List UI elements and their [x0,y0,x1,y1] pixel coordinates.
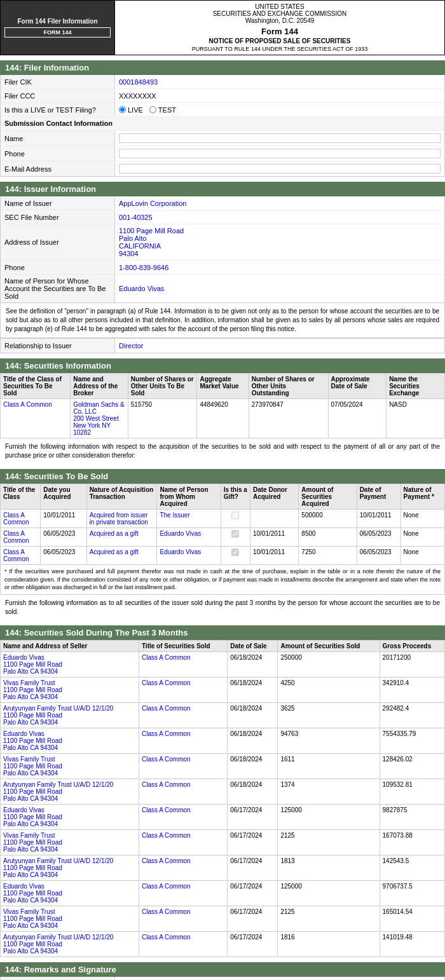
sold-3m-header-row: Name and Address of Seller Title of Secu… [1,640,445,651]
filer-name-row: Name [1,131,444,146]
gift-checkbox[interactable] [231,530,239,538]
sold-date: 06/18/2024 [228,651,278,677]
col-class: Title of the Class of Securities To Be S… [1,374,71,399]
test-radio[interactable] [149,106,156,113]
filer-cik-value: 0001848493 [115,75,444,88]
table-row: Arutyunyan Family Trust U/A/D 12/1/20110… [1,702,445,728]
filer-email-label: E-Mail Address [1,161,115,176]
filer-name-input[interactable] [119,133,441,143]
sold-seller: Arutyunyan Family Trust U/A/D 12/1/20110… [1,702,139,728]
acq-nature-pay: None [400,547,444,565]
securities-sold-table: Title of the Class Date you Acquired Nat… [0,484,445,565]
sold-amount: 125000 [278,804,380,829]
live-radio[interactable] [119,106,126,113]
table-row: Class A Common 06/05/2023 Acquired as a … [1,547,445,565]
filer-email-input[interactable] [119,164,441,174]
issuer-person-row: Name of Person for Whose Account the Sec… [1,275,444,303]
issuer-sec-value: 001-40325 [115,210,444,224]
table-row: Arutyunyan Family Trust U/A/D 12/1/20110… [1,779,445,804]
remarks-label: Remarks [1,977,115,980]
acq-class: Class A Common [1,510,41,528]
acq-nature: Acquired from issuer in private transact… [86,510,157,528]
issuer-person-label: Name of Person for Whose Account the Sec… [1,275,115,303]
acq-nature-pay: None [400,528,444,547]
sold-amount: 1813 [278,855,380,880]
acq-donor-date: 10/01/2011 [250,547,298,565]
table-row: Vivas Family Trust1100 Page Mill RoadPal… [1,829,445,855]
filer-cik-row: Filer CIK 0001848493 [1,75,444,89]
sold-title: Class A Common [139,855,227,880]
sold-seller: Eduardo Vivas1100 Page Mill RoadPalo Alt… [1,880,139,906]
sold-col-title: Title of Securities Sold [139,640,227,651]
col-exchange: Name the Securities Exchange [387,374,445,399]
filer-live-value: LIVE TEST [115,103,444,116]
sold-proceeds: 20171200 [380,651,444,677]
sold-title: Class A Common [139,677,227,702]
filer-phone-input[interactable] [119,149,441,158]
sold-3m-section: 144: Securities Sold During The Past 3 M… [0,625,445,957]
furnish-text-2: Furnish the following information as to … [0,595,445,620]
sec-exchange: NASD [387,399,445,439]
test-radio-label[interactable]: TEST [149,106,176,114]
header-country: UNITED STATES [120,3,439,10]
filer-live-row: Is this a LIVE or TEST Filing? LIVE TEST [1,103,444,117]
sold-date: 06/17/2024 [228,804,278,829]
filer-name-label: Name [1,131,115,146]
filer-phone-value [115,146,444,161]
acq-nature: Acquired as a gift [86,528,157,547]
sold-amount: 250000 [278,651,380,677]
live-test-radio: LIVE TEST [119,106,176,114]
sold-date: 06/17/2024 [228,931,278,956]
col-outstanding: Number of Shares or Other Units Outstand… [249,374,328,399]
acq-col-person: Name of Person from Whom Acquired [157,484,221,510]
acq-pay-date: 10/01/2011 [357,510,400,528]
issuer-address-value: 1100 Page Mill Road Palo Alto CALIFORNIA… [115,224,444,260]
sold-date: 06/17/2024 [228,829,278,855]
securities-sold-section: 144: Securities To Be Sold Title of the … [0,469,445,595]
sold-proceeds: 141019.48 [380,931,444,956]
sold-title: Class A Common [139,829,227,855]
table-row: Vivas Family Trust1100 Page Mill RoadPal… [1,753,445,779]
acq-pay-date: 06/05/2023 [357,547,400,565]
issuer-section: 144: Issuer Information Name of Issuer A… [0,182,445,353]
securities-sold-header: 144: Securities To Be Sold [0,469,445,484]
sold-title: Class A Common [139,880,227,906]
issuer-name-row: Name of Issuer AppLovin Corporation [1,196,444,210]
filer-email-value [115,161,444,176]
acq-col-date: Date you Acquired [41,484,86,510]
sold-title: Class A Common [139,702,227,728]
gift-checkbox[interactable] [231,512,239,519]
acq-gift [221,510,250,528]
acq-pay-date: 06/05/2023 [357,528,400,547]
sold-date: 06/17/2024 [228,880,278,906]
header-form-title: Form 144 [120,27,439,36]
sold-seller: Arutyunyan Family Trust U/A/D 12/1/20110… [1,779,139,804]
col-shares: Number of Shares or Other Units To Be So… [128,374,197,399]
filer-name-value [115,131,444,146]
securities-info-section: 144: Securities Information Title of the… [0,358,445,439]
sold-seller: Arutyunyan Family Trust U/A/D 12/1/20110… [1,931,139,956]
issuer-relationship-label: Relationship to Issuer [1,339,115,353]
live-radio-label[interactable]: LIVE [119,106,143,114]
sub-contact-header: Submission Contact Information [1,117,444,130]
sold-amount: 1611 [278,753,380,779]
acq-donor-date: 10/01/2011 [250,528,298,547]
remarks-row: Remarks The sales of shares set forth he… [1,977,444,980]
acq-amount: 500000 [299,510,357,528]
sold-proceeds: 142543.5 [380,855,444,880]
col-agg-value: Aggregate Market Value [197,374,249,399]
sold-col-seller: Name and Address of Seller [1,640,139,651]
acq-date: 06/05/2023 [41,547,86,565]
issuer-sec-label: SEC File Number [1,210,115,224]
sold-title: Class A Common [139,651,227,677]
sold-date: 06/18/2024 [228,728,278,753]
sold-date: 06/17/2024 [228,906,278,931]
table-row: Arutyunyan Family Trust U/A/D 12/1/20110… [1,931,445,956]
sold-proceeds: 128426.02 [380,753,444,779]
sold-seller: Eduardo Vivas1100 Page Mill RoadPalo Alt… [1,651,139,677]
acq-gift [221,528,250,547]
gift-checkbox[interactable] [231,548,239,556]
sec-broker: Goldman Sachs & Co. LLC200 West StreetNe… [71,399,128,439]
remarks-section: 144: Remarks and Signature Remarks The s… [0,962,445,980]
issuer-relationship-row: Relationship to Issuer Director [1,339,444,353]
